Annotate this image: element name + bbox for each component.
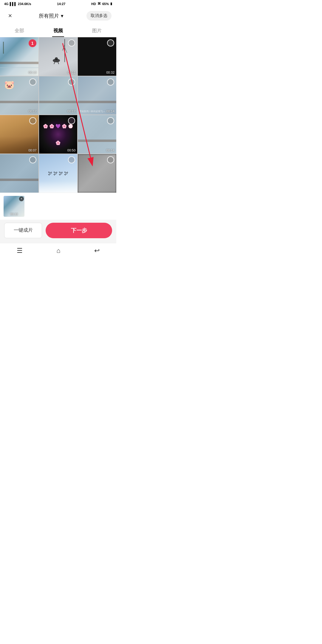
header-title: 所有照片 ▾ (39, 13, 64, 19)
selected-duration-1: 00:13 (10, 213, 18, 216)
duration-8: 00:50 (67, 148, 76, 152)
grid-item-9[interactable]: 00:14 (78, 115, 116, 154)
grid-item-12[interactable] (78, 154, 116, 193)
media-grid: 1 00:13 00:11 00:32 (0, 37, 116, 193)
remove-selected-icon[interactable]: × (19, 196, 24, 201)
select-circle-12[interactable] (107, 156, 114, 163)
pig-emoji: 🐷 (4, 80, 15, 90)
duration-2: 00:11 (67, 71, 76, 74)
selected-thumbnail-1[interactable]: × 00:13 (4, 196, 24, 217)
grid-item-1[interactable]: 1 00:13 (0, 37, 38, 76)
selection-badge-1: 1 (29, 39, 36, 47)
duration-9: 00:14 (106, 148, 114, 152)
close-button[interactable]: × (5, 10, 16, 21)
album-title: 所有照片 (39, 13, 59, 19)
tab-photo[interactable]: 图片 (78, 25, 116, 37)
time-display: 14:27 (57, 2, 65, 6)
grid-item-5[interactable]: 00:17 (39, 76, 78, 115)
svg-line-6 (65, 48, 67, 53)
duration-6: 00:14 (106, 109, 114, 113)
svg-point-1 (55, 57, 58, 60)
status-left: 4G ▌▌▌ 234.6K/s (4, 2, 31, 6)
auto-create-button[interactable]: 一键成片 (4, 223, 42, 238)
svg-line-3 (58, 62, 59, 64)
select-circle-6[interactable] (107, 78, 114, 86)
status-bar: 4G ▌▌▌ 234.6K/s 14:27 HD ⌘ 65% ▮ (0, 0, 116, 7)
cancel-multi-button[interactable]: 取消多选 (86, 11, 112, 21)
battery-icon: ▮ (110, 2, 112, 6)
header: × 所有照片 ▾ 取消多选 (0, 7, 116, 25)
svg-line-2 (54, 62, 55, 64)
select-circle-3[interactable] (107, 39, 114, 47)
status-right: HD ⌘ 65% ▮ (91, 2, 112, 6)
chevron-down-icon[interactable]: ▾ (61, 13, 64, 19)
select-circle-4[interactable] (29, 78, 36, 86)
back-icon[interactable]: ↩ (94, 247, 100, 255)
duration-1: 00:13 (28, 71, 37, 74)
grid-item-2[interactable]: 00:11 (39, 37, 78, 76)
tab-video[interactable]: 视频 (39, 25, 78, 37)
duration-3: 00:32 (106, 71, 114, 74)
tab-bar: 全部 视频 图片 (0, 25, 116, 37)
battery-label: 65% (102, 2, 109, 6)
grid-item-11[interactable]: 🕊🕊🕊🕊 (39, 154, 78, 193)
nav-bar: ☰ ⌂ ↩ (0, 243, 116, 261)
signal-bars: ▌▌▌ (10, 2, 17, 6)
select-circle-10[interactable] (29, 156, 36, 163)
home-icon[interactable]: ⌂ (56, 247, 60, 255)
duration-4: 00:17 (28, 109, 37, 113)
grid-item-3[interactable]: 00:32 (78, 37, 116, 76)
grid-item-6[interactable]: 早知惊鸿一杯何必情飞— 00:14 (78, 76, 116, 115)
selected-strip: × 00:13 (0, 193, 116, 220)
hd-label: HD (91, 2, 96, 6)
duration-7: 00:07 (28, 148, 37, 152)
grid-item-4[interactable]: 🐷 00:17 (0, 76, 38, 115)
grid-item-10[interactable] (0, 154, 38, 193)
wifi-icon: ⌘ (97, 2, 101, 6)
network-speed: 234.6K/s (18, 2, 31, 6)
tab-all[interactable]: 全部 (0, 25, 39, 37)
select-circle-7[interactable] (29, 117, 36, 124)
duration-5: 00:17 (67, 109, 76, 113)
signal-label: 4G (4, 2, 9, 6)
grid-item-7[interactable]: 00:07 (0, 115, 38, 154)
grid-item-8[interactable]: 🌸 🌸 💜 🌸 💮 🌸 00:50 (39, 115, 78, 154)
menu-icon[interactable]: ☰ (17, 247, 23, 255)
select-circle-5[interactable] (68, 78, 75, 86)
svg-line-5 (62, 45, 65, 51)
bottom-bar: 一键成片 下一步 (0, 220, 116, 243)
next-button[interactable]: 下一步 (46, 223, 112, 238)
